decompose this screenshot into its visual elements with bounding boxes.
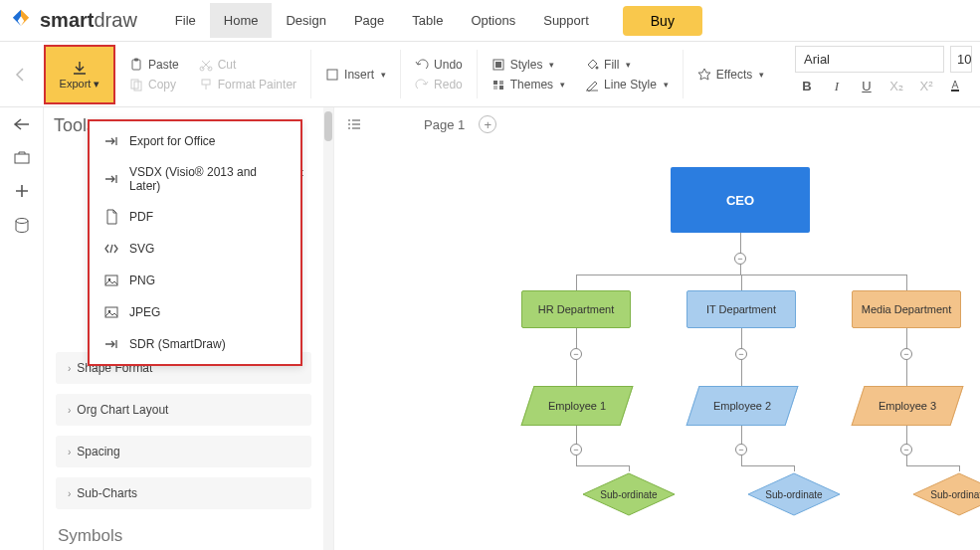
node-subordinate-1[interactable]: Sub-ordinate [581, 471, 677, 517]
side-rail [0, 107, 44, 550]
menu-options[interactable]: Options [457, 3, 529, 38]
subscript-button[interactable]: X₂ [888, 79, 904, 94]
collapse-knob[interactable]: − [734, 253, 746, 265]
node-it-dept[interactable]: IT Department [686, 290, 796, 328]
database-icon[interactable] [14, 217, 30, 235]
connector [741, 275, 742, 290]
connector [741, 465, 794, 466]
styles-button[interactable]: Styles▾ [491, 58, 565, 72]
node-hr-dept[interactable]: HR Department [521, 290, 631, 328]
canvas[interactable]: Page 1 + − − − − − − [334, 107, 980, 550]
brand-text: smartdraw [40, 9, 137, 32]
paste-button[interactable]: Paste [129, 58, 179, 72]
font-size-input[interactable]: 10 [950, 46, 972, 73]
cut-button[interactable]: Cut [199, 58, 296, 72]
acc-sub-charts[interactable]: ›Sub-Charts [56, 477, 311, 509]
outline-icon[interactable] [346, 117, 362, 131]
svg-point-17 [16, 219, 28, 224]
workspace: Tools ▾ Export for Office VSDX (Visio® 2… [0, 107, 980, 550]
left-panel: Tools ▾ Export for Office VSDX (Visio® 2… [44, 107, 334, 550]
brand-logo: smartdraw [8, 8, 137, 34]
node-employee-1[interactable]: Employee 1 [521, 386, 634, 426]
export-office[interactable]: Export for Office [90, 125, 300, 157]
canvas-toolbar: Page 1 + [334, 107, 980, 141]
themes-button[interactable]: Themes▾ [491, 78, 565, 92]
menu-page[interactable]: Page [340, 3, 398, 38]
connector [906, 465, 959, 466]
export-svg[interactable]: SVG [90, 233, 300, 265]
top-bar: smartdraw File Home Design Page Table Op… [0, 0, 980, 42]
copy-icon [129, 78, 143, 92]
ribbon: Export▾ Paste Copy Cut Format Painter In… [0, 42, 980, 107]
undo-icon [415, 58, 429, 72]
copy-button[interactable]: Copy [129, 78, 179, 92]
panel-scrollbar[interactable] [323, 107, 333, 550]
collapse-knob[interactable]: − [570, 444, 582, 456]
superscript-button[interactable]: X² [918, 79, 934, 94]
collapse-knob[interactable]: − [570, 348, 582, 360]
insert-button[interactable]: Insert▾ [325, 68, 386, 82]
acc-org-chart-layout[interactable]: ›Org Chart Layout [56, 394, 311, 426]
fill-button[interactable]: Fill▾ [585, 58, 669, 72]
menu-support[interactable]: Support [529, 3, 603, 38]
export-pdf[interactable]: PDF [90, 201, 300, 233]
effects-button[interactable]: Effects▾ [697, 68, 764, 82]
connector [740, 265, 741, 275]
undo-button[interactable]: Undo [415, 58, 463, 72]
line-style-button[interactable]: Line Style▾ [585, 78, 669, 92]
chevron-down-icon: ▾ [94, 78, 99, 91]
plus-icon[interactable] [14, 183, 30, 199]
export-jpeg[interactable]: JPEG [90, 296, 300, 328]
menu-table[interactable]: Table [398, 3, 457, 38]
star-icon [697, 68, 711, 82]
node-ceo[interactable]: CEO [671, 167, 810, 233]
underline-button[interactable]: U [859, 79, 875, 94]
svg-rect-15 [951, 90, 959, 92]
svg-rect-6 [202, 80, 210, 85]
italic-button[interactable]: I [829, 79, 845, 94]
themes-icon [491, 78, 505, 92]
collapse-knob[interactable]: − [735, 348, 747, 360]
collapse-knob[interactable]: − [900, 348, 912, 360]
sdr-icon [103, 336, 119, 352]
download-icon [72, 60, 88, 76]
node-subordinate-2[interactable]: Sub-ordinate [746, 471, 842, 517]
node-subordinate-3[interactable]: Sub-ordinate [911, 471, 980, 517]
collapse-knob[interactable]: − [900, 444, 912, 456]
acc-spacing[interactable]: ›Spacing [56, 436, 311, 467]
add-page-button[interactable]: + [479, 115, 496, 133]
buy-button[interactable]: Buy [623, 6, 702, 36]
page-tab[interactable]: Page 1 [424, 117, 465, 132]
menu-home[interactable]: Home [210, 3, 273, 38]
back-icon[interactable] [13, 117, 31, 131]
redo-button[interactable]: Redo [415, 78, 463, 92]
node-employee-3[interactable]: Employee 3 [852, 386, 964, 426]
pdf-icon [103, 209, 119, 225]
connector [906, 456, 907, 465]
node-employee-2[interactable]: Employee 2 [686, 386, 799, 426]
svg-point-14 [596, 66, 599, 69]
clipboard-icon [129, 58, 143, 72]
node-media-dept[interactable]: Media Department [852, 290, 961, 328]
svg-rect-16 [15, 154, 29, 163]
export-button[interactable]: Export▾ [44, 45, 115, 104]
vsdx-export-icon [103, 171, 119, 187]
connector [576, 456, 577, 465]
export-png[interactable]: PNG [90, 265, 300, 296]
font-color-button[interactable] [948, 79, 964, 94]
accordion-list: ›Shape Format ›Org Chart Layout ›Spacing… [56, 352, 311, 509]
svg-icon [103, 241, 119, 257]
menu-design[interactable]: Design [272, 3, 339, 38]
scissors-icon [199, 58, 213, 72]
font-family-select[interactable]: Arial [795, 46, 944, 73]
collapse-knob[interactable]: − [735, 444, 747, 456]
export-vsdx[interactable]: VSDX (Visio® 2013 and Later) [90, 157, 300, 201]
format-painter-button[interactable]: Format Painter [199, 78, 296, 92]
svg-rect-12 [493, 86, 497, 90]
toolbox-icon[interactable] [13, 149, 31, 165]
bold-button[interactable]: B [799, 79, 815, 94]
export-sdr[interactable]: SDR (SmartDraw) [90, 328, 300, 360]
ribbon-collapse[interactable] [0, 42, 40, 106]
menu-file[interactable]: File [161, 3, 210, 38]
svg-rect-1 [134, 58, 138, 61]
